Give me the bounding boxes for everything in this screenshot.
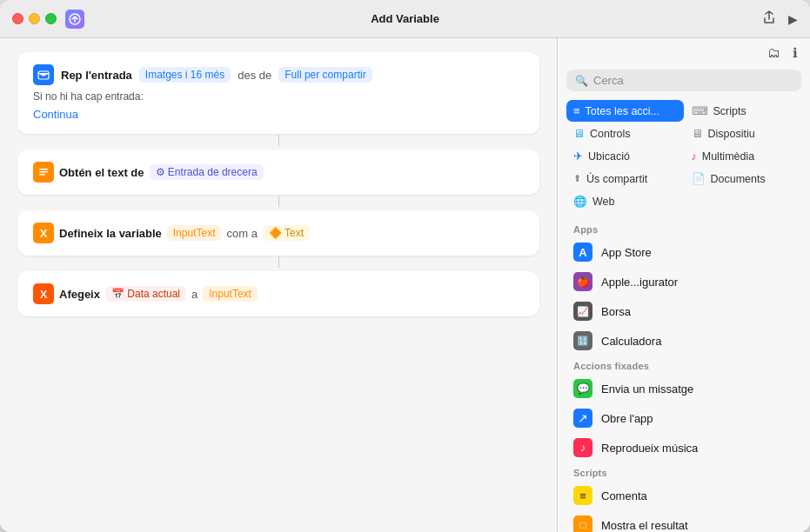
card1-title: Rep l'entrada bbox=[61, 69, 132, 82]
action-obre-app-label: Obre l'app bbox=[601, 412, 653, 425]
card2-tag1[interactable]: ⚙ Entrada de drecera bbox=[150, 164, 264, 180]
card1-tag2[interactable]: Full per compartir bbox=[278, 67, 372, 83]
card3-tag1[interactable]: 🔶 Text bbox=[263, 225, 310, 241]
category-compartit[interactable]: ⬆ Ús compartit bbox=[566, 168, 684, 190]
cat-scripts-icon: ⌨ bbox=[692, 104, 708, 117]
category-ubicacio[interactable]: ✈ Ubicació bbox=[566, 145, 684, 167]
action-calculadora-label: Calculadora bbox=[601, 335, 661, 348]
card-obten-text: Obtén el text de ⚙ Entrada de drecera bbox=[17, 150, 539, 195]
appstore-icon: A bbox=[573, 243, 592, 262]
minimize-button[interactable] bbox=[29, 13, 40, 24]
card1-subtitle: Si no hi ha cap entrada: bbox=[33, 90, 524, 103]
action-apple-igurator[interactable]: 🍎 Apple...igurator bbox=[558, 267, 810, 296]
action-borsa-label: Borsa bbox=[601, 305, 631, 318]
category-dispositiu[interactable]: 🖥 Dispositiu bbox=[685, 123, 802, 144]
action-mostra-resultat[interactable]: □ Mostra el resultat bbox=[558, 510, 810, 532]
card4-tag1[interactable]: 📅 Data actual bbox=[105, 286, 186, 302]
category-controls[interactable]: 🖥 Controls bbox=[566, 123, 684, 144]
category-all[interactable]: ≡ Totes les acci... bbox=[566, 100, 684, 122]
cat-scripts-label: Scripts bbox=[713, 105, 746, 117]
section-scripts-header: Scripts bbox=[558, 462, 810, 481]
action-reprodueix-musica-label: Reprodueix música bbox=[601, 442, 698, 455]
cat-controls-icon: 🖥 bbox=[573, 127, 585, 140]
main-window: Add Variable ▶ bbox=[0, 0, 810, 532]
card2-title: Obtén el text de bbox=[59, 166, 144, 179]
action-appstore[interactable]: A App Store bbox=[558, 237, 810, 267]
card1-action[interactable]: Continua bbox=[33, 108, 78, 121]
cat-all-label: Totes les acci... bbox=[586, 105, 659, 117]
action-mostra-resultat-label: Mostra el resultat bbox=[601, 519, 688, 532]
card3-between: com a bbox=[226, 227, 257, 240]
cat-controls-label: Controls bbox=[590, 128, 631, 140]
action-envia-missatge[interactable]: 💬 Envia un missatge bbox=[558, 374, 810, 403]
borsa-icon: 📈 bbox=[573, 302, 592, 321]
card4-title: Afegeix bbox=[59, 288, 100, 301]
section-apps-header: Apps bbox=[558, 219, 810, 237]
cat-multimedia-icon: ♪ bbox=[692, 150, 697, 163]
action-apple-igurator-label: Apple...igurator bbox=[601, 276, 678, 289]
category-documents[interactable]: 📄 Documents bbox=[685, 168, 802, 190]
maximize-button[interactable] bbox=[45, 13, 57, 24]
cat-ubicacio-icon: ✈ bbox=[573, 150, 583, 163]
titlebar: Add Variable ▶ bbox=[0, 0, 810, 38]
action-obre-app[interactable]: ↗ Obre l'app bbox=[558, 403, 810, 433]
svg-rect-2 bbox=[39, 169, 48, 170]
card1-between: des de bbox=[238, 69, 271, 82]
card1-tag1[interactable]: Imatges i 16 més bbox=[139, 67, 231, 83]
card-rep-entrada: Rep l'entrada Imatges i 16 més des de Fu… bbox=[17, 52, 539, 134]
envia-missatge-icon: 💬 bbox=[573, 379, 592, 398]
app-icon bbox=[65, 10, 84, 29]
action-comenta-label: Comenta bbox=[601, 489, 647, 502]
card2-icon bbox=[33, 162, 54, 183]
card3-title: Defineix la variable bbox=[59, 227, 162, 240]
category-web[interactable]: 🌐 Web bbox=[566, 190, 684, 212]
category-multimedia[interactable]: ♪ Multimèdia bbox=[685, 145, 802, 167]
traffic-lights bbox=[12, 13, 57, 24]
obre-app-icon: ↗ bbox=[573, 409, 592, 428]
svg-rect-4 bbox=[39, 174, 45, 176]
cat-compartit-icon: ⬆ bbox=[573, 173, 581, 184]
window-title: Add Variable bbox=[371, 12, 439, 25]
panel-save-icon[interactable]: 🗂 bbox=[767, 45, 780, 61]
action-comenta[interactable]: ≡ Comenta bbox=[558, 481, 810, 510]
panel-top-actions: 🗂 ℹ bbox=[558, 45, 810, 66]
card3-varname[interactable]: InputText bbox=[167, 225, 222, 241]
card3-content: X Defineix la variable InputText com a 🔶… bbox=[33, 223, 524, 243]
cat-ubicacio-label: Ubicació bbox=[588, 150, 630, 163]
cat-documents-icon: 📄 bbox=[692, 172, 706, 185]
main-content: Rep l'entrada Imatges i 16 més des de Fu… bbox=[0, 38, 810, 532]
card-defineix-variable: X Defineix la variable InputText com a 🔶… bbox=[17, 210, 539, 256]
cat-all-icon: ≡ bbox=[573, 104, 580, 117]
card-afegeix: X Afegeix 📅 Data actual a InputText bbox=[17, 271, 539, 316]
cat-documents-label: Documents bbox=[711, 173, 766, 185]
comenta-icon: ≡ bbox=[573, 486, 592, 505]
action-calculadora[interactable]: 🔢 Calculadora bbox=[558, 326, 810, 356]
mostra-resultat-icon: □ bbox=[573, 515, 592, 532]
calculadora-icon: 🔢 bbox=[573, 331, 592, 350]
panel-info-icon[interactable]: ℹ bbox=[793, 45, 798, 61]
card4-varname[interactable]: InputText bbox=[203, 286, 258, 302]
card4-content: X Afegeix 📅 Data actual a InputText bbox=[33, 283, 524, 304]
cat-multimedia-label: Multimèdia bbox=[702, 150, 754, 163]
left-panel: Rep l'entrada Imatges i 16 més des de Fu… bbox=[0, 38, 558, 532]
search-bar[interactable]: 🔍 Cerca bbox=[566, 70, 801, 91]
cat-dispositiu-label: Dispositiu bbox=[708, 128, 755, 140]
cat-web-label: Web bbox=[592, 196, 614, 208]
category-grid: ≡ Totes les acci... ⌨ Scripts 🖥 Controls… bbox=[566, 100, 801, 212]
cat-dispositiu-icon: 🖥 bbox=[692, 127, 703, 140]
apple-igurator-icon: 🍎 bbox=[573, 272, 592, 291]
play-button[interactable]: ▶ bbox=[788, 13, 798, 25]
action-appstore-label: App Store bbox=[601, 246, 652, 259]
search-placeholder[interactable]: Cerca bbox=[593, 74, 624, 87]
close-button[interactable] bbox=[12, 13, 23, 24]
action-reprodueix-musica[interactable]: ♪ Reprodueix música bbox=[558, 433, 810, 462]
category-scripts[interactable]: ⌨ Scripts bbox=[685, 100, 802, 122]
action-borsa[interactable]: 📈 Borsa bbox=[558, 296, 810, 326]
reprodueix-musica-icon: ♪ bbox=[573, 438, 592, 457]
card1-header: Rep l'entrada Imatges i 16 més des de Fu… bbox=[33, 64, 524, 85]
search-icon: 🔍 bbox=[575, 75, 588, 87]
card4-icon: X bbox=[33, 283, 54, 304]
card4-between: a bbox=[191, 288, 197, 301]
share-button[interactable] bbox=[762, 10, 776, 27]
cat-web-icon: 🌐 bbox=[573, 195, 587, 208]
